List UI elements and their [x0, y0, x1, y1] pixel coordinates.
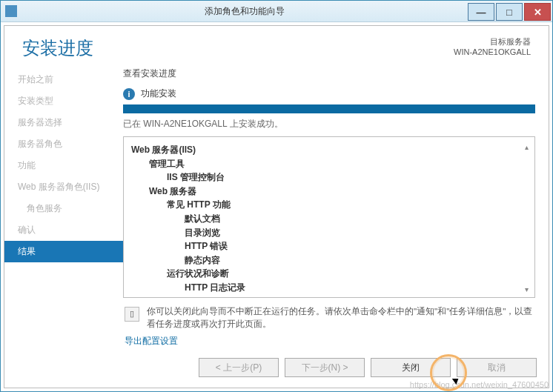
content-area: 查看安装进度 i 功能安装 已在 WIN-A2NE1OKGALL 上安装成功。 …	[123, 64, 549, 351]
app-icon	[5, 5, 17, 17]
sidebar-item-install-type: 安装类型	[4, 90, 123, 112]
watermark: https://blog.csdn.net/weixin_47600450	[410, 380, 549, 389]
wizard-body: 安装进度 目标服务器 WIN-A2NE1OKGALL 开始之前 安装类型 服务器…	[4, 25, 549, 388]
status-row: i 功能安装	[123, 87, 535, 100]
status-label: 功能安装	[141, 87, 176, 100]
window-controls: — □ ✕	[468, 1, 552, 21]
content-subtitle: 查看安装进度	[123, 67, 535, 80]
tree-item: 静态内容	[131, 253, 527, 268]
tree-item: Web 服务器	[131, 185, 527, 199]
tree-item: 常见 HTTP 功能	[131, 198, 527, 212]
status-message: 已在 WIN-A2NE1OKGALL 上安装成功。	[123, 118, 535, 130]
tree-item: HTTP 错误	[131, 239, 527, 253]
flag-icon: ▯	[125, 307, 139, 322]
sidebar-item-features: 功能	[4, 155, 123, 176]
wizard-window: 添加角色和功能向导 — □ ✕ 安装进度 目标服务器 WIN-A2NE1OKGA…	[0, 0, 553, 392]
export-settings-link[interactable]: 导出配置设置	[123, 335, 535, 351]
sidebar-item-confirm: 确认	[4, 219, 123, 241]
minimize-button[interactable]: —	[468, 3, 494, 21]
note-row: ▯ 你可以关闭此向导而不中断正在运行的任务。请依次单击命令栏中的"通知"和"任务…	[123, 298, 535, 336]
header-row: 安装进度 目标服务器 WIN-A2NE1OKGALL	[4, 26, 549, 64]
target-value: WIN-A2NE1OKGALL	[454, 47, 531, 56]
note-text: 你可以关闭此向导而不中断正在运行的任务。请依次单击命令栏中的"通知"和"任务详细…	[147, 305, 534, 331]
sidebar-item-results[interactable]: 结果	[4, 241, 123, 262]
main-area: 开始之前 安装类型 服务器选择 服务器角色 功能 Web 服务器角色(IIS) …	[4, 64, 549, 351]
tree-item: Web 服务器(IIS)	[131, 143, 527, 157]
sidebar-item-iis-role: Web 服务器角色(IIS)	[4, 176, 123, 198]
tree-item: IIS 管理控制台	[131, 170, 527, 185]
tree-item: HTTP 日志记录	[131, 281, 527, 295]
results-tree[interactable]: ▴ ▾ Web 服务器(IIS)管理工具IIS 管理控制台Web 服务器常见 H…	[123, 136, 535, 298]
sidebar-item-before: 开始之前	[4, 69, 123, 90]
maximize-button[interactable]: □	[496, 3, 523, 21]
sidebar-item-server-select: 服务器选择	[4, 112, 123, 133]
info-icon: i	[123, 88, 135, 100]
scroll-up-icon[interactable]: ▴	[525, 142, 532, 150]
window-title: 添加角色和功能向导	[21, 5, 468, 18]
target-server: 目标服务器 WIN-A2NE1OKGALL	[454, 36, 531, 60]
progress-bar	[123, 104, 535, 113]
tree-item: 管理工具	[131, 157, 527, 171]
tree-item: 默认文档	[131, 212, 527, 226]
tree-item: 目录浏览	[131, 226, 527, 240]
cancel-button: 取消	[457, 358, 537, 377]
tree-item: 运行状况和诊断	[131, 267, 527, 281]
page-title: 安装进度	[22, 36, 93, 60]
close-button[interactable]: 关闭	[371, 358, 451, 377]
sidebar: 开始之前 安装类型 服务器选择 服务器角色 功能 Web 服务器角色(IIS) …	[4, 64, 123, 351]
target-label: 目标服务器	[454, 36, 531, 47]
next-button: 下一步(N) >	[285, 358, 365, 377]
titlebar: 添加角色和功能向导 — □ ✕	[1, 1, 552, 22]
sidebar-item-role-services: 角色服务	[4, 198, 123, 219]
prev-button: < 上一步(P)	[199, 358, 279, 377]
window-close-button[interactable]: ✕	[524, 3, 551, 21]
scroll-down-icon[interactable]: ▾	[525, 284, 532, 293]
sidebar-item-server-roles: 服务器角色	[4, 133, 123, 155]
